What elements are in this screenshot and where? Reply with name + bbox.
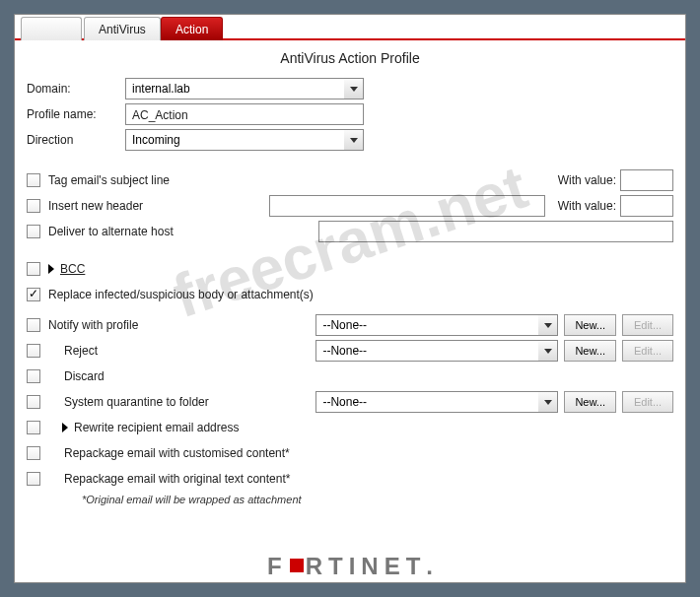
repack-custom-label: Repackage email with customised content* [64,446,290,460]
reject-label: Reject [64,344,98,358]
notify-label: Notify with profile [48,318,138,332]
profile-name-value: AC_Action [125,103,364,125]
tag-subject-checkbox[interactable] [27,173,40,187]
tab-antivirus[interactable]: AntiVirus [84,17,161,40]
reject-new-button[interactable]: New... [564,340,616,362]
page-title: AntiVirus Action Profile [15,40,685,78]
replace-label: Replace infected/suspicious body or atta… [48,288,314,301]
tab-action[interactable]: Action [161,17,223,40]
notify-profile-select[interactable] [315,314,558,336]
footnote: *Original email will be wrapped as attac… [82,494,673,505]
chevron-down-icon [544,323,552,328]
notify-checkbox[interactable] [27,318,40,332]
repack-custom-checkbox[interactable] [27,446,40,460]
quarantine-label: System quarantine to folder [64,395,209,409]
bcc-checkbox[interactable] [27,262,40,276]
quarantine-checkbox[interactable] [27,395,40,409]
with-value-label-2: With value: [551,199,616,213]
reject-caret[interactable] [538,340,558,362]
logo-square-icon [290,559,304,572]
reject-edit-button: Edit... [622,340,673,362]
notify-new-button[interactable]: New... [564,314,616,336]
domain-select[interactable] [125,78,364,100]
reject-select[interactable] [315,340,558,362]
domain-label: Domain: [27,82,125,96]
insert-header-input[interactable] [269,195,545,217]
quarantine-edit-button: Edit... [622,391,673,413]
rewrite-checkbox[interactable] [27,421,40,434]
quarantine-caret[interactable] [538,391,558,413]
notify-edit-button: Edit... [622,314,673,336]
direction-label: Direction [27,133,125,147]
rewrite-label: Rewrite recipient email address [74,421,239,434]
notify-caret[interactable] [538,314,558,336]
repack-orig-label: Repackage email with original text conte… [64,472,290,486]
replace-checkbox[interactable] [27,288,40,301]
deliver-host-label: Deliver to alternate host [48,225,174,238]
expand-triangle-icon[interactable] [48,264,54,274]
domain-caret[interactable] [344,78,364,100]
chevron-down-icon [350,138,358,143]
chevron-down-icon [544,349,552,354]
tab-blank[interactable] [21,17,82,40]
deliver-host-input[interactable] [318,221,673,242]
with-value-label-1: With value: [551,173,616,187]
quarantine-select[interactable] [315,391,558,413]
insert-header-checkbox[interactable] [27,199,40,213]
profile-name-label: Profile name: [27,107,125,121]
direction-select[interactable] [125,129,364,151]
direction-caret[interactable] [344,129,364,151]
quarantine-new-button[interactable]: New... [564,391,616,413]
bcc-link[interactable]: BCC [60,262,85,276]
chevron-down-icon [350,87,358,92]
discard-checkbox[interactable] [27,369,40,383]
deliver-host-checkbox[interactable] [27,225,40,238]
insert-header-label: Insert new header [48,199,143,213]
discard-label: Discard [64,369,105,383]
insert-header-value-input[interactable] [620,195,673,217]
tag-subject-value-input[interactable] [620,169,673,191]
reject-checkbox[interactable] [27,344,40,358]
repack-orig-checkbox[interactable] [27,472,40,486]
chevron-down-icon [544,400,552,405]
tag-subject-label: Tag email's subject line [48,173,170,187]
expand-triangle-icon[interactable] [62,423,68,432]
fortinet-logo: FRTINET. [15,553,685,582]
